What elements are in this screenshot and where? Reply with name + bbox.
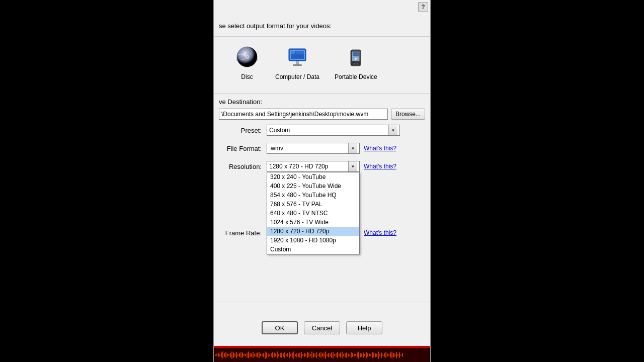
- svg-rect-9: [296, 51, 304, 54]
- file-format-row: File Format: .wmv ▼ What's this?: [219, 143, 425, 154]
- svg-rect-10: [296, 61, 299, 64]
- portable-device-label: Portable Device: [335, 73, 377, 80]
- prompt-text: se select output format for your videos:: [219, 22, 425, 30]
- destination-section: ve Destination: Browse...: [219, 98, 425, 120]
- svg-rect-18: [353, 52, 359, 56]
- file-format-value: .wmv: [269, 145, 348, 152]
- computer-option[interactable]: Computer / Data: [275, 45, 319, 80]
- resolution-label: Resolution:: [219, 163, 267, 170]
- resolution-dropdown-list[interactable]: 320 x 240 - YouTube 400 x 225 - YouTube …: [267, 172, 360, 254]
- help-icon-button[interactable]: ?: [418, 2, 428, 12]
- frame-rate-whats-this[interactable]: What's this?: [364, 229, 396, 236]
- svg-rect-8: [291, 51, 295, 54]
- svg-point-15: [353, 63, 355, 65]
- resolution-dropdown[interactable]: 644 x 362 - HD 720p ▼: [267, 161, 360, 172]
- disc-icon: [234, 45, 260, 71]
- resolution-option-5[interactable]: 1024 x 576 - TV Wide: [267, 218, 359, 227]
- portable-device-icon: [343, 45, 369, 71]
- settings-section: Preset: Custom ▼ File Format: .wmv ▼ Wha…: [219, 125, 425, 245]
- action-buttons-row: OK Cancel Help: [214, 321, 430, 334]
- svg-point-16: [356, 63, 358, 65]
- svg-rect-11: [293, 64, 302, 66]
- resolution-option-4[interactable]: 640 x 480 - TV NTSC: [267, 209, 359, 218]
- preset-row: Preset: Custom ▼: [219, 125, 425, 136]
- ok-button[interactable]: OK: [262, 321, 298, 334]
- resolution-option-8[interactable]: Custom: [267, 245, 359, 254]
- help-button[interactable]: Help: [346, 321, 382, 334]
- resolution-option-2[interactable]: 854 x 480 - YouTube HQ: [267, 191, 359, 200]
- file-format-label: File Format:: [219, 145, 267, 152]
- waveform-inner: [214, 348, 404, 362]
- file-format-whats-this[interactable]: What's this?: [364, 145, 396, 152]
- computer-icon: [284, 45, 310, 71]
- resolution-dropdown-arrow: ▼: [348, 161, 357, 171]
- cancel-button[interactable]: Cancel: [304, 321, 340, 334]
- top-divider: [214, 36, 430, 37]
- frame-rate-label: Frame Rate:: [219, 229, 267, 237]
- computer-label: Computer / Data: [275, 73, 319, 80]
- destination-input[interactable]: [219, 109, 388, 120]
- resolution-whats-this[interactable]: What's this?: [364, 163, 396, 170]
- waveform-bar: [214, 348, 430, 362]
- resolution-row: Resolution: 644 x 362 - HD 720p ▼ What'…: [219, 161, 425, 172]
- file-format-dropdown[interactable]: .wmv ▼: [267, 143, 360, 154]
- preset-dropdown-arrow: ▼: [388, 125, 397, 135]
- resolution-option-7[interactable]: 1920 x 1080 - HD 1080p: [267, 236, 359, 245]
- resolution-option-6[interactable]: 644 x 362 - HD 720p: [267, 227, 359, 236]
- preset-dropdown[interactable]: Custom ▼: [267, 125, 400, 136]
- bottom-divider: [214, 302, 430, 302]
- resolution-option-0[interactable]: 320 x 240 - YouTube: [267, 172, 359, 182]
- format-icons-row: Disc Computer / Data: [214, 38, 430, 88]
- destination-label: ve Destination:: [219, 98, 425, 106]
- icons-bottom-divider: [214, 93, 430, 94]
- preset-value: Custom: [269, 127, 388, 134]
- svg-rect-17: [352, 50, 359, 51]
- browse-button[interactable]: Browse...: [391, 109, 425, 120]
- disc-label: Disc: [241, 73, 253, 80]
- resolution-option-3[interactable]: 768 x 576 - TV PAL: [267, 200, 359, 209]
- file-format-dropdown-arrow: ▼: [348, 143, 357, 153]
- resolution-option-1[interactable]: 400 x 225 - YouTube Wide: [267, 182, 359, 191]
- preset-label: Preset:: [219, 127, 267, 134]
- resolution-value: 644 x 362 - HD 720p: [269, 163, 348, 170]
- portable-device-option[interactable]: Portable Device: [335, 45, 377, 80]
- disc-option[interactable]: Disc: [234, 45, 260, 80]
